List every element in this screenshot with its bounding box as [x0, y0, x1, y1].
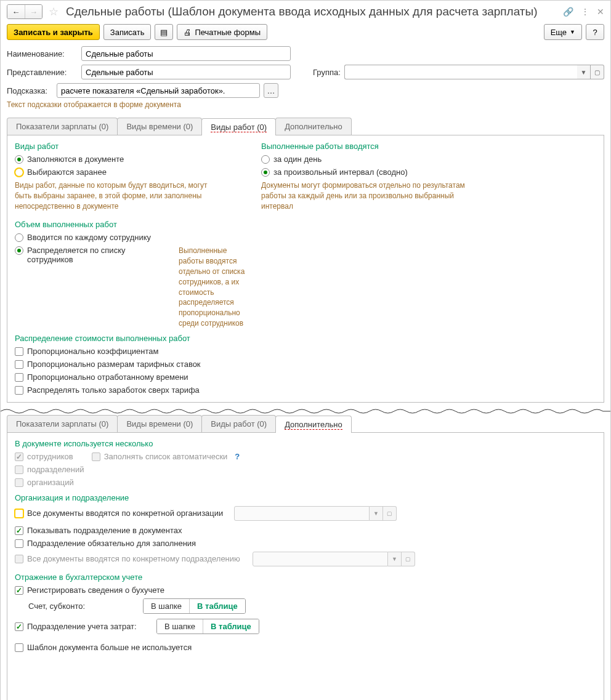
check-all-docs-org[interactable]: [15, 509, 23, 518]
nav-back-button[interactable]: ←: [7, 5, 25, 18]
check-worked-time[interactable]: [15, 373, 23, 382]
radio-filled-in-doc[interactable]: [15, 155, 23, 164]
hint-ellipsis-button[interactable]: …: [264, 83, 278, 98]
check-all-docs-org-label: Все документы вводятся по конкретной орг…: [27, 509, 230, 518]
radio-one-day[interactable]: [261, 155, 270, 164]
check-organizations-label: организаций: [27, 478, 74, 487]
seg-acc-header[interactable]: В шапке: [144, 599, 189, 613]
check-template-not-used-label: Шаблон документа больше не используется: [27, 643, 192, 652]
check-all-docs-dept-label: Все документы вводятся по конкретному по…: [27, 554, 249, 563]
representation-input[interactable]: [81, 65, 291, 79]
check-departments-label: подразделений: [27, 465, 84, 474]
close-icon[interactable]: ✕: [597, 7, 604, 17]
check-show-dept[interactable]: [15, 526, 23, 535]
radio-distributed-label: Распределяется по списку сотрудников: [27, 246, 169, 264]
tab-additional-lower[interactable]: Дополнительно: [275, 416, 352, 433]
check-all-docs-dept: [15, 555, 23, 563]
tab-time-types-2[interactable]: Виды времени (0): [117, 415, 202, 432]
dept-combo-open[interactable]: ▢: [402, 552, 415, 566]
dept-combo-input[interactable]: [253, 552, 388, 566]
group-open-button[interactable]: ▢: [591, 65, 604, 79]
check-organizations: [15, 478, 23, 487]
radio-interval[interactable]: [261, 168, 270, 177]
more-button[interactable]: Еще ▼: [544, 24, 582, 40]
representation-label: Представление:: [7, 68, 78, 77]
window-title: Сдельные работы (Шаблон документа ввода …: [66, 5, 559, 18]
check-autofill-label: Заполнять список автоматически: [104, 452, 228, 461]
hint-note: Текст подсказки отображается в форме док…: [7, 100, 604, 114]
account-subconto-label: Счет, субконто:: [15, 601, 138, 611]
radio-distributed[interactable]: [15, 246, 23, 255]
check-employees: [15, 453, 23, 461]
radio-selected-in-advance[interactable]: [15, 168, 23, 177]
radio-interval-label: за произвольный интервал (сводно): [273, 167, 408, 177]
radio-one-day-label: за один день: [273, 155, 322, 164]
radio-per-employee[interactable]: [15, 233, 23, 242]
name-label: Наименование:: [7, 49, 78, 58]
print-forms-label: Печатные формы: [195, 28, 261, 37]
tab-additional-label: Дополнительно: [285, 420, 342, 430]
link-icon[interactable]: 🔗: [563, 7, 573, 17]
help-button[interactable]: ?: [586, 24, 604, 40]
radio-per-employee-label: Вводится по каждому сотруднику: [27, 233, 151, 242]
check-coeff[interactable]: [15, 347, 23, 356]
print-forms-button[interactable]: 🖨 Печатные формы: [177, 24, 267, 40]
check-dept-required-label: Подразделение обязательно для заполнения: [27, 539, 196, 548]
save-button[interactable]: Записать: [103, 24, 152, 40]
check-register-acc[interactable]: [15, 586, 23, 595]
org-combo-open[interactable]: ▢: [383, 506, 397, 521]
toolbar: Записать и закрыть Записать ▤ 🖨 Печатные…: [1, 22, 610, 46]
check-tariff-rates[interactable]: [15, 360, 23, 369]
group-input[interactable]: [344, 65, 577, 79]
more-dots-icon[interactable]: ⋮: [581, 7, 589, 17]
kinds-of-work-title: Виды работ: [15, 142, 237, 151]
check-worked-time-label: Пропорционально отработанному времени: [27, 372, 188, 382]
tab-body-additional: В документе используется несколько сотру…: [7, 433, 604, 700]
seg-acc-table[interactable]: В таблице: [189, 599, 245, 613]
hint-label: Подсказка:: [7, 86, 53, 95]
seg-dept-header[interactable]: В шапке: [157, 619, 203, 634]
volume-hint: Выполненные работы вводятся отдельно от …: [179, 246, 253, 328]
check-dept-required[interactable]: [15, 539, 23, 548]
chevron-down-icon: ▼: [570, 29, 575, 35]
check-departments: [15, 465, 23, 474]
tab-additional-upper[interactable]: Дополнительно: [275, 118, 352, 135]
check-autofill: [92, 453, 100, 461]
done-hint: Документы могут формироваться отдельно п…: [261, 180, 471, 211]
list-button[interactable]: ▤: [155, 24, 173, 40]
tab-salary-indicators[interactable]: Показатели зарплаты (0): [7, 118, 118, 135]
check-dept-cost[interactable]: [15, 622, 23, 631]
hint-input[interactable]: [57, 83, 260, 98]
name-input[interactable]: [81, 46, 291, 61]
seg-dept-table[interactable]: В таблице: [203, 619, 259, 634]
titlebar: ← → ☆ Сдельные работы (Шаблон документа …: [1, 1, 610, 22]
save-and-close-button[interactable]: Записать и закрыть: [7, 24, 100, 40]
done-works-title: Выполненные работы вводятся: [261, 142, 483, 151]
org-combo-input[interactable]: [234, 506, 370, 521]
check-register-acc-label: Регистрировать сведения о бухучете: [27, 585, 164, 595]
tab-salary-indicators-2[interactable]: Показатели зарплаты (0): [7, 415, 118, 432]
nav-buttons: ← →: [7, 4, 42, 19]
doc-uses-title: В документе используется несколько: [15, 439, 596, 448]
tab-work-types-2[interactable]: Виды работ (0): [201, 415, 276, 432]
printer-icon: 🖨: [184, 28, 192, 37]
radio-selected-in-advance-label: Выбираются заранее: [27, 167, 107, 177]
tabs-upper: Показатели зарплаты (0) Виды времени (0)…: [7, 118, 604, 135]
tab-work-types-label: Виды работ (0): [211, 123, 267, 132]
check-over-tariff[interactable]: [15, 386, 23, 395]
group-dropdown-button[interactable]: ▼: [577, 65, 591, 79]
nav-forward-button[interactable]: →: [25, 5, 42, 18]
check-show-dept-label: Показывать подразделение в документах: [27, 526, 182, 535]
kinds-hint: Виды работ, данные по которым будут ввод…: [15, 180, 224, 211]
dept-cost-label: Подразделение учета затрат:: [27, 622, 137, 631]
tab-time-types[interactable]: Виды времени (0): [117, 118, 202, 135]
help-question-icon[interactable]: ?: [235, 452, 240, 461]
tab-work-types[interactable]: Виды работ (0): [201, 118, 276, 135]
tabs-lower: Показатели зарплаты (0) Виды времени (0)…: [7, 415, 604, 433]
check-coeff-label: Пропорционально коэффициентам: [27, 347, 158, 356]
org-dept-title: Организация и подразделение: [15, 493, 596, 502]
dept-combo-dropdown[interactable]: ▼: [388, 552, 402, 566]
check-template-not-used[interactable]: [15, 643, 23, 652]
org-combo-dropdown[interactable]: ▼: [370, 506, 383, 521]
favorite-star-icon[interactable]: ☆: [49, 5, 59, 18]
